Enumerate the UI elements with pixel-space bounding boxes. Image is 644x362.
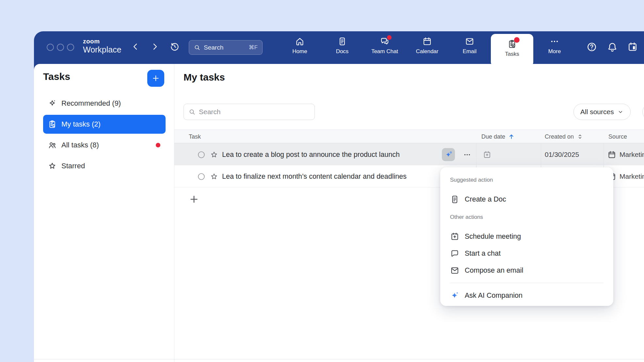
table-row[interactable]: Lea to create a blog post to announce th… [174, 143, 644, 165]
window-control-zoom[interactable] [67, 44, 74, 51]
add-due-date-button[interactable] [483, 150, 491, 160]
window-controls [47, 44, 74, 51]
sidebar-item-recommended[interactable]: Recommended (9) [43, 94, 166, 113]
calendar-icon [422, 37, 432, 46]
help-icon [586, 41, 597, 53]
column-header-due-date[interactable]: Due date [481, 130, 515, 143]
task-title: Lea to create a blog post to announce th… [222, 143, 400, 166]
suggested-action-section-label: Suggested action [450, 174, 613, 186]
star-task-button[interactable] [210, 172, 218, 182]
notifications-button[interactable] [607, 41, 618, 53]
calendar-badge-icon [627, 41, 638, 53]
team-chat-notification-dot [387, 35, 392, 40]
menu-item-start-chat[interactable]: Start a chat [440, 245, 613, 262]
window-bottom-edge [34, 359, 644, 359]
people-icon [48, 141, 57, 150]
star-icon [210, 172, 218, 181]
sidebar-item-all-tasks[interactable]: All tasks (8) [43, 136, 166, 155]
chevron-left-icon [131, 42, 140, 52]
circle-checkbox-icon [197, 150, 206, 159]
plus-icon [152, 74, 160, 83]
star-icon [210, 150, 218, 159]
tasks-table-header: Task Due date Created on Source [174, 129, 644, 143]
sidebar-item-my-tasks[interactable]: My tasks (2) [43, 115, 166, 134]
help-button[interactable] [586, 41, 597, 53]
task-source: Marketing [607, 143, 644, 166]
tasks-search-input[interactable] [199, 108, 310, 116]
ai-sparkle-icon [444, 151, 453, 159]
task-created-on: 01/30/2025 [545, 143, 579, 166]
search-shortcut: ⌘F [249, 44, 258, 51]
secondary-filter-dropdown[interactable] [642, 104, 644, 120]
upcoming-meetings-button[interactable] [627, 41, 638, 53]
global-search[interactable]: Search ⌘F [189, 40, 263, 55]
logo-zoom-text: zoom [83, 38, 121, 44]
ai-companion-sparkle-icon [450, 291, 459, 300]
chat-bubble-icon [450, 249, 459, 258]
forward-button[interactable] [150, 42, 160, 52]
nav-calendar[interactable]: Calendar [406, 31, 448, 64]
calendar-icon [607, 150, 616, 159]
complete-task-checkbox[interactable] [197, 150, 206, 160]
task-title: Lea to finalize next month’s content cal… [222, 165, 407, 188]
page-title: My tasks [184, 72, 225, 83]
column-header-source: Source [608, 130, 627, 143]
history-icon [169, 41, 180, 52]
back-button[interactable] [131, 42, 140, 52]
window-control-minimize[interactable] [57, 44, 64, 51]
menu-item-schedule-meeting[interactable]: Schedule meeting [440, 228, 613, 245]
global-search-placeholder: Search [204, 44, 246, 51]
sidebar-item-starred[interactable]: Starred [43, 157, 166, 175]
tasks-sidebar: Tasks Recommended (9) My tasks (2) [34, 64, 174, 362]
task-more-options-button[interactable] [463, 151, 471, 160]
chevron-down-icon [617, 109, 624, 115]
nav-tasks[interactable]: Tasks [491, 34, 533, 67]
docs-icon [337, 37, 347, 46]
history-button[interactable] [169, 41, 180, 52]
nav-team-chat[interactable]: Team Chat [363, 31, 406, 64]
column-header-task: Task [189, 130, 201, 143]
sidebar-title: Tasks [43, 71, 70, 82]
star-task-button[interactable] [210, 150, 218, 160]
column-header-created-on[interactable]: Created on [545, 130, 584, 143]
window-control-close[interactable] [47, 44, 54, 51]
star-icon [48, 161, 57, 171]
bell-icon [607, 41, 618, 53]
nav-docs[interactable]: Docs [321, 31, 363, 64]
menu-item-ask-ai-companion[interactable]: Ask AI Companion [440, 287, 613, 304]
task-actions-menu: Suggested action Create a Doc Other acti… [440, 167, 613, 306]
sort-ascending-arrow-icon [508, 133, 515, 140]
new-task-button[interactable] [147, 70, 164, 87]
envelope-icon [450, 266, 459, 275]
chevron-right-icon [150, 42, 160, 52]
nav-home[interactable]: Home [279, 31, 321, 64]
calendar-plus-icon [483, 150, 491, 159]
menu-divider [450, 283, 604, 283]
ai-companion-actions-button[interactable] [442, 148, 455, 161]
sort-chevrons-icon [576, 133, 584, 140]
sources-filter-dropdown[interactable]: All sources [573, 104, 631, 120]
menu-item-compose-email[interactable]: Compose an email [440, 262, 613, 279]
search-icon [188, 108, 196, 115]
tasks-notification-dot [514, 37, 520, 43]
nav-more[interactable]: More [533, 31, 576, 64]
tasks-search[interactable] [184, 104, 315, 120]
email-icon [465, 37, 475, 46]
sparkle-icon [48, 99, 57, 108]
all-tasks-notification-dot [156, 143, 160, 147]
ellipsis-icon [463, 151, 471, 159]
nav-email[interactable]: Email [448, 31, 491, 64]
other-actions-section-label: Other actions [450, 212, 613, 223]
top-navbar: zoom Workplace Search ⌘F Home [34, 31, 644, 64]
menu-item-create-doc[interactable]: Create a Doc [440, 191, 613, 208]
clipboard-check-icon [48, 120, 57, 129]
complete-task-checkbox[interactable] [197, 172, 206, 182]
desktop-background: zoom Workplace Search ⌘F Home [0, 0, 644, 362]
search-icon [194, 44, 201, 51]
logo-workplace-text: Workplace [83, 46, 121, 54]
home-icon [295, 37, 305, 46]
add-task-inline-button[interactable] [188, 194, 200, 205]
calendar-plus-icon [450, 232, 459, 241]
plus-icon [189, 194, 199, 204]
circle-checkbox-icon [197, 172, 206, 181]
